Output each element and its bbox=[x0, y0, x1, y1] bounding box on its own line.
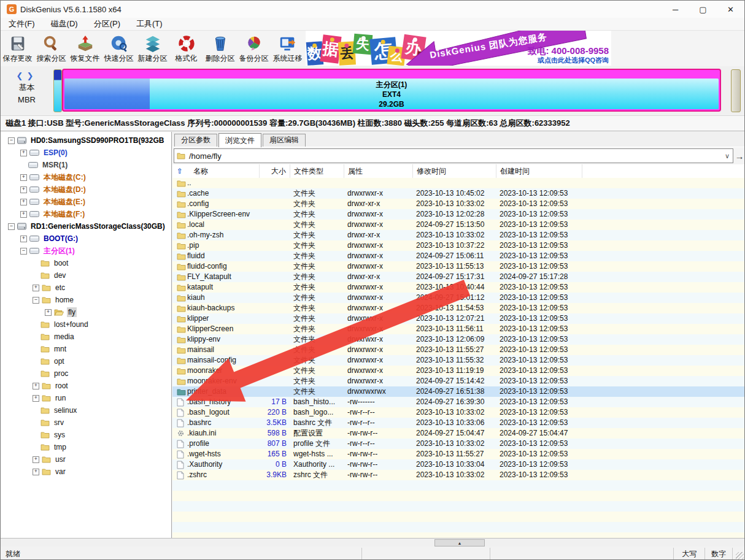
tree-item-dev[interactable]: dev bbox=[1, 269, 171, 282]
path-combobox[interactable]: /home/fly ∨ bbox=[174, 148, 733, 163]
file-row--kiauh-ini[interactable]: .kiauh.ini598 B配置设置-rw-rw-r--2024-09-27 … bbox=[172, 428, 745, 439]
menu-item-0[interactable]: 文件(F) bbox=[1, 18, 43, 29]
file-row-moonraker-env[interactable]: moonraker-env文件夹drwxrwxr-x2024-09-27 15:… bbox=[172, 376, 745, 386]
menu-item-3[interactable]: 工具(T) bbox=[128, 18, 171, 29]
tree-item-rd1-genericmassstorageclass-30gb-[interactable]: −RD1:GenericMassStorageClass(30GB) bbox=[1, 220, 171, 232]
collapse-handle[interactable]: ▲ bbox=[434, 539, 485, 547]
tree-expander-icon[interactable]: − bbox=[8, 137, 15, 144]
file-row--cache[interactable]: .cache文件夹drwxrwxr-x2023-10-13 10:45:0220… bbox=[172, 188, 745, 199]
nav-left-icon[interactable]: ❮ bbox=[17, 71, 27, 80]
tree-expander-icon[interactable]: + bbox=[33, 469, 39, 475]
tree-item-mnt[interactable]: mnt bbox=[1, 343, 171, 355]
file-row--xauthority[interactable]: .Xauthority0 BXauthority ...-rw-rw-r--20… bbox=[172, 459, 745, 470]
tree-item-lost-found[interactable]: lost+found bbox=[1, 318, 171, 331]
file-row--wget-hsts[interactable]: .wget-hsts165 Bwget-hsts ...-rw-rw-r--20… bbox=[172, 449, 745, 459]
tree-expander-icon[interactable]: − bbox=[20, 248, 27, 255]
minimize-button[interactable]: ─ bbox=[662, 1, 689, 18]
file-row--bash-history[interactable]: .bash_history17 Bbash_histo...-rw-------… bbox=[172, 397, 745, 407]
tree-expander-icon[interactable]: − bbox=[33, 297, 39, 304]
tree-item-etc[interactable]: +etc bbox=[1, 282, 171, 294]
tab-1[interactable]: 浏览文件 bbox=[218, 133, 261, 147]
tree-item-home[interactable]: −home bbox=[1, 294, 171, 306]
file-row-klippy-env[interactable]: klippy-env文件夹drwxrwxr-x2023-10-13 12:06:… bbox=[172, 334, 745, 345]
tree-item-run[interactable]: +run bbox=[1, 392, 171, 404]
file-row-kiauh-backups[interactable]: kiauh-backups文件夹drwxrwxr-x2023-10-13 11:… bbox=[172, 303, 745, 313]
file-row--zshrc[interactable]: .zshrc3.9KBzshrc 文件-rw-rw-r--2023-10-13 … bbox=[172, 470, 745, 480]
column-header-5[interactable]: 创建时间 bbox=[496, 164, 582, 178]
file-row-moonraker[interactable]: moonraker文件夹drwxrwxr-x2023-10-13 11:19:1… bbox=[172, 366, 745, 376]
tree-expander-icon[interactable]: + bbox=[33, 285, 39, 291]
toolbar-format-button[interactable]: 格式化 bbox=[169, 31, 203, 66]
partition-block-boot[interactable] bbox=[53, 69, 62, 112]
tree-item-srv[interactable]: srv bbox=[1, 416, 171, 429]
file-row--oh-my-zsh[interactable]: .oh-my-zsh文件夹drwxr-xr-x2023-10-13 10:33:… bbox=[172, 230, 745, 240]
file-row-fly-katapult[interactable]: FLY_Katapult文件夹drwxr-xr-x2024-09-27 15:1… bbox=[172, 272, 745, 282]
tree-item--d-[interactable]: +本地磁盘(D:) bbox=[1, 183, 171, 196]
menu-item-1[interactable]: 磁盘(D) bbox=[43, 18, 86, 29]
tree-item-selinux[interactable]: selinux bbox=[1, 404, 171, 416]
tree-item-boot-g-[interactable]: +BOOT(G:) bbox=[1, 232, 171, 245]
table-header[interactable]: ⇧名称大小文件类型属性修改时间创建时间 bbox=[172, 164, 745, 178]
maximize-button[interactable]: ▢ bbox=[689, 1, 717, 18]
horizontal-scrollbar[interactable]: ▲ bbox=[1, 538, 744, 547]
file-row--klipperscreen-env[interactable]: .KlipperScreen-env文件夹drwxrwxr-x2023-10-1… bbox=[172, 209, 745, 220]
tree-expander-icon[interactable]: + bbox=[45, 309, 52, 316]
toolbar-search-partition-button[interactable]: 搜索分区 bbox=[34, 31, 68, 66]
file-row--config[interactable]: .config文件夹drwxr-xr-x2023-10-13 10:33:022… bbox=[172, 199, 745, 209]
tab-0[interactable]: 分区参数 bbox=[174, 134, 217, 147]
toolbar-quick-partition-button[interactable]: 快速分区 bbox=[102, 31, 136, 66]
toolbar-delete-partition-button[interactable]: 删除分区 bbox=[203, 31, 237, 66]
tree-item--c-[interactable]: +本地磁盘(C:) bbox=[1, 171, 171, 183]
resize-grip[interactable] bbox=[736, 552, 744, 560]
nav-right-icon[interactable]: ❯ bbox=[27, 71, 37, 80]
file-row--pip[interactable]: .pip文件夹drwxrwxr-x2023-10-13 10:37:222023… bbox=[172, 240, 745, 251]
tree-item--f-[interactable]: +本地磁盘(F:) bbox=[1, 208, 171, 220]
tree-expander-icon[interactable]: − bbox=[8, 223, 15, 230]
file-row--[interactable]: .. bbox=[172, 178, 745, 188]
tree-expander-icon[interactable]: + bbox=[33, 456, 39, 463]
tree-expander-icon[interactable]: + bbox=[33, 383, 39, 389]
file-row-mainsail[interactable]: mainsail文件夹drwxrwxr-x2023-10-13 11:55:27… bbox=[172, 345, 745, 355]
tree-item-tmp[interactable]: tmp bbox=[1, 441, 171, 453]
file-row--profile[interactable]: .profile807 Bprofile 文件-rw-r--r--2023-10… bbox=[172, 439, 745, 449]
tree-expander-icon[interactable]: + bbox=[20, 150, 27, 156]
column-header-4[interactable]: 修改时间 bbox=[413, 164, 496, 178]
file-row-klipper[interactable]: klipper文件夹drwxrwxr-x2023-10-13 12:07:212… bbox=[172, 313, 745, 324]
tree-item-usr[interactable]: +usr bbox=[1, 453, 171, 466]
toolbar-backup-partition-button[interactable]: 备份分区 bbox=[237, 31, 271, 66]
close-button[interactable]: ✕ bbox=[717, 1, 744, 18]
tree-expander-icon[interactable]: + bbox=[20, 199, 27, 205]
tree-item-root[interactable]: +root bbox=[1, 380, 171, 392]
tree-item-fly[interactable]: +fly bbox=[1, 306, 171, 318]
tree-item--e-[interactable]: +本地磁盘(E:) bbox=[1, 196, 171, 208]
column-header-0[interactable]: 名称 bbox=[187, 164, 260, 178]
partition-strip-scroll[interactable] bbox=[731, 69, 741, 112]
toolbar-recover-files-button[interactable]: 恢复文件 bbox=[68, 31, 102, 66]
tree-item-boot[interactable]: boot bbox=[1, 257, 171, 269]
tree-expander-icon[interactable]: + bbox=[20, 186, 27, 193]
tree-item-hd0-samsungssd990pro1tb-932gb[interactable]: −HD0:SamsungSSD990PRO1TB(932GB bbox=[1, 134, 171, 147]
file-row-fluidd[interactable]: fluidd文件夹drwxrwxr-x2024-09-27 15:06:1120… bbox=[172, 251, 745, 261]
tree-expander-icon[interactable]: + bbox=[20, 236, 27, 242]
tree-expander-icon[interactable]: + bbox=[20, 174, 27, 181]
column-header-3[interactable]: 属性 bbox=[344, 164, 413, 178]
file-row-printer-data[interactable]: printer_data文件夹drwxrwxrwx2024-09-27 16:5… bbox=[172, 386, 745, 397]
toolbar-save-changes-button[interactable]: 保存更改 bbox=[1, 31, 34, 66]
banner-qq-link[interactable]: 或点击此处选择QQ咨询 bbox=[538, 56, 609, 65]
tree-item-media[interactable]: media bbox=[1, 331, 171, 343]
tree-expander-icon[interactable]: + bbox=[20, 211, 27, 218]
tab-2[interactable]: 扇区编辑 bbox=[263, 134, 306, 147]
file-row-kiauh[interactable]: kiauh文件夹drwxrwxr-x2024-09-27 15:01:12202… bbox=[172, 293, 745, 303]
file-row-mainsail-config[interactable]: mainsail-config文件夹drwxrwxr-x2023-10-13 1… bbox=[172, 355, 745, 366]
tree-expander-icon[interactable]: + bbox=[33, 395, 39, 402]
file-row-klipperscreen[interactable]: KlipperScreen文件夹drwxrwxr-x2023-10-13 11:… bbox=[172, 324, 745, 334]
partition-block-primary[interactable]: 主分区(1) EXT4 29.2GB bbox=[62, 69, 721, 112]
column-header-2[interactable]: 文件类型 bbox=[290, 164, 344, 178]
path-value[interactable]: /home/fly bbox=[189, 152, 722, 161]
file-row--bashrc[interactable]: .bashrc3.5KBbashrc 文件-rw-r--r--2023-10-1… bbox=[172, 418, 745, 428]
tree-item-var[interactable]: +var bbox=[1, 466, 171, 478]
file-row--bash-logout[interactable]: .bash_logout220 Bbash_logo...-rw-r--r--2… bbox=[172, 407, 745, 418]
tree-item-esp-0-[interactable]: +ESP(0) bbox=[1, 147, 171, 159]
promo-banner[interactable]: 数据丢失怎么办! DiskGenius 团队为您服务 致电: 400-008-9… bbox=[306, 31, 611, 66]
tree-item-proc[interactable]: proc bbox=[1, 367, 171, 380]
